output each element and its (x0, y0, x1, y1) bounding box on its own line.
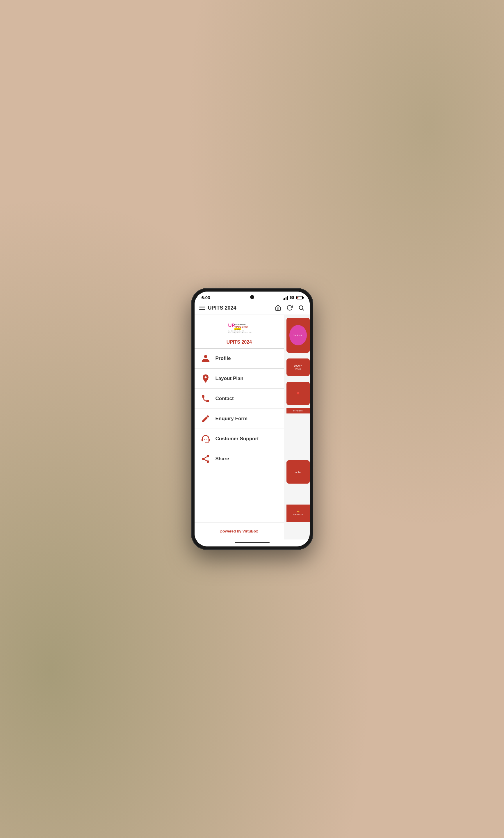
app-bar: UPITS 2024 (195, 301, 310, 315)
pencil-icon (200, 413, 211, 424)
svg-line-16 (204, 457, 207, 458)
svg-text:TRADE SHOW: TRADE SHOW (234, 326, 248, 328)
svg-text:3rd Edition: 3rd Edition (235, 329, 240, 330)
bg-card-2: 1000 +Area (286, 358, 310, 376)
svg-point-11 (206, 439, 207, 440)
phone-icon (200, 393, 211, 404)
battery-icon: 25 (296, 296, 303, 299)
menu-label-contact: Contact (216, 396, 234, 402)
person-icon (200, 353, 211, 364)
svg-text:Date : 25 - 26 September, 2026: Date : 25 - 26 September, 2026 (228, 330, 245, 332)
menu-item-share[interactable]: Share (195, 449, 284, 469)
app-bar-actions (274, 304, 305, 311)
svg-point-13 (202, 458, 204, 460)
support-icon (200, 433, 211, 444)
svg-text:INTERNATIONAL: INTERNATIONAL (234, 324, 247, 326)
search-button[interactable] (298, 304, 305, 311)
main-content: UP INTERNATIONAL TRADE SHOW 3rd Edition … (195, 315, 310, 539)
drawer-header: UP INTERNATIONAL TRADE SHOW 3rd Edition … (195, 315, 284, 349)
menu-item-profile[interactable]: Profile (195, 349, 284, 369)
map-icon (200, 373, 211, 384)
drawer-menu: Profile Layout Plan (195, 349, 284, 522)
powered-by-label: powered by VirtuBox (220, 529, 258, 533)
status-icons: 5G 25 (283, 296, 303, 300)
refresh-button[interactable] (286, 304, 293, 311)
status-time: 6:03 (201, 295, 210, 300)
svg-text:Venue : India Expo Centre & Ma: Venue : India Expo Centre & Mart, Greate… (228, 332, 252, 334)
drawer-footer: powered by VirtuBox (195, 522, 284, 539)
menu-label-profile: Profile (216, 356, 231, 361)
svg-point-9 (204, 355, 207, 358)
signal-bars-icon (283, 296, 288, 300)
svg-point-10 (204, 439, 205, 440)
menu-item-enquiry-form[interactable]: Enquiry Form (195, 409, 284, 429)
bg-card-awards: 🏆AWARDS (286, 504, 310, 522)
bg-card-4: er the (286, 460, 310, 484)
drawer-app-name: UPITS 2024 (227, 340, 252, 345)
bg-card-policies: nt Policies (286, 408, 310, 413)
bg-card-3: ❤️ (286, 382, 310, 405)
menu-label-customer-support: Customer Support (216, 436, 259, 442)
svg-line-1 (303, 309, 304, 310)
menu-item-contact[interactable]: Contact (195, 389, 284, 409)
svg-point-12 (207, 455, 209, 458)
menu-item-customer-support[interactable]: Customer Support (195, 429, 284, 449)
bg-card-1: CM Photo (286, 318, 310, 353)
phone-device: 6:03 5G 25 UPI (191, 288, 313, 550)
battery-percent: 25 (298, 297, 300, 299)
share-icon (200, 453, 211, 464)
menu-label-layout-plan: Layout Plan (216, 376, 244, 381)
app-logo: UP INTERNATIONAL TRADE SHOW 3rd Edition … (226, 321, 252, 337)
network-type-label: 5G (290, 296, 294, 300)
hamburger-menu-button[interactable] (199, 306, 205, 310)
svg-point-14 (207, 460, 209, 463)
home-bar (235, 542, 270, 543)
menu-label-enquiry-form: Enquiry Form (216, 416, 248, 422)
camera-notch (250, 295, 254, 299)
svg-text:UP: UP (228, 323, 235, 328)
svg-line-15 (204, 460, 207, 461)
menu-item-layout-plan[interactable]: Layout Plan (195, 369, 284, 389)
app-title: UPITS 2024 (208, 305, 274, 311)
navigation-drawer: UP INTERNATIONAL TRADE SHOW 3rd Edition … (195, 315, 284, 539)
home-indicator (195, 539, 310, 547)
home-button[interactable] (274, 304, 282, 311)
logo-svg: UP INTERNATIONAL TRADE SHOW 3rd Edition … (226, 321, 252, 337)
background-content: CM Photo 1000 +Area ❤️ nt Policies er th… (284, 315, 309, 539)
menu-label-share: Share (216, 456, 229, 462)
phone-screen: 6:03 5G 25 UPI (195, 291, 310, 547)
